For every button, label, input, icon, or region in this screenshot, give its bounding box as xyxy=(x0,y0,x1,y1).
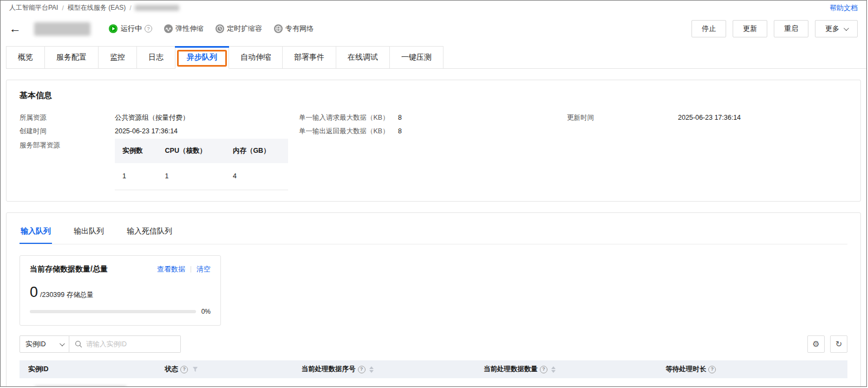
col-instance-id-label: 实例ID xyxy=(28,365,49,374)
breadcrumb: 人工智能平台PAI / 模型在线服务 (EAS) / 帮助文档 xyxy=(1,1,866,15)
link-divider xyxy=(191,266,191,273)
filter-field-selected-value: 实例ID xyxy=(25,340,46,349)
storage-progress-percent: 0% xyxy=(201,308,211,315)
scheduled-scaling-icon xyxy=(216,24,224,33)
res-instances-value: 1 xyxy=(115,163,158,190)
field-owner-resource: 所属资源 公共资源组（按量付费） xyxy=(19,111,299,125)
max-output-label: 单一输出返回最大数据（KB） xyxy=(299,125,398,138)
chevron-down-icon xyxy=(60,341,65,346)
tab-logs[interactable]: 日志 xyxy=(137,46,175,69)
count-col-help-icon[interactable] xyxy=(540,366,547,373)
queue-tabbar: 输入队列 输出队列 输入死信队列 xyxy=(19,213,847,244)
more-button[interactable]: 更多 xyxy=(815,20,858,37)
tabbar-filler xyxy=(443,46,866,69)
instance-search-input[interactable] xyxy=(86,340,175,348)
created-time-value: 2025-06-23 17:36:14 xyxy=(115,125,178,138)
res-table-row: 1 1 4 xyxy=(115,163,288,190)
breadcrumb-item-service-redacted xyxy=(135,5,179,11)
status-help-icon[interactable] xyxy=(145,25,152,33)
tab-stress-test[interactable]: 一键压测 xyxy=(390,46,443,69)
chevron-down-icon xyxy=(844,25,849,31)
storage-card-header: 当前存储数据数量/总量 查看数据 清空 xyxy=(30,264,211,274)
help-doc-link[interactable]: 帮助文档 xyxy=(830,3,858,13)
service-name-redacted xyxy=(34,22,90,36)
table-row[interactable]: te 5f xyxy=(19,378,847,387)
owner-resource-value: 公共资源组（按量付费） xyxy=(115,111,190,125)
instances-table: 实例ID 状态 当前处理数据序号 xyxy=(19,360,847,387)
queue-tab-dead-letter[interactable]: 输入死信队列 xyxy=(126,220,173,244)
col-current-seq: 当前处理数据序号 xyxy=(293,360,475,378)
cell-status: 运行中 xyxy=(156,378,292,387)
field-max-input: 单一输入请求最大数据（KB） 8 xyxy=(299,111,567,125)
queue-tab-output[interactable]: 输出队列 xyxy=(73,220,105,244)
seq-col-help-icon[interactable] xyxy=(358,366,366,373)
gear-icon: ⚙ xyxy=(812,339,819,349)
clear-queue-link[interactable]: 清空 xyxy=(197,264,211,274)
res-col-cpu: CPU（核数） xyxy=(158,139,225,163)
basic-info-col-mid: 单一输入请求最大数据（KB） 8 单一输出返回最大数据（KB） 8 xyxy=(299,111,567,190)
breadcrumb-separator: / xyxy=(62,4,63,12)
max-input-label: 单一输入请求最大数据（KB） xyxy=(299,111,398,125)
filter-field-select[interactable]: 实例ID xyxy=(19,335,69,353)
col-current-count: 当前处理数据数量 xyxy=(475,360,657,378)
column-settings-button[interactable]: ⚙ xyxy=(807,335,825,353)
breadcrumb-separator: / xyxy=(129,4,131,12)
vpc-badge: 专有网络 xyxy=(274,24,314,34)
basic-info-grid: 所属资源 公共资源组（按量付费） 创建时间 2025-06-23 17:36:1… xyxy=(19,111,847,190)
cell-current-seq: 0 xyxy=(293,378,475,387)
async-queue-card: 输入队列 输出队列 输入死信队列 当前存储数据数量/总量 查看数据 清空 0 /… xyxy=(6,212,861,387)
updated-time-label: 更新时间 xyxy=(567,111,678,125)
sort-icon[interactable] xyxy=(369,366,374,373)
storage-count-row: 0 /230399 存储总量 xyxy=(30,284,211,301)
max-input-value: 8 xyxy=(398,111,402,125)
back-arrow-icon[interactable]: ← xyxy=(9,23,21,35)
updated-time-value: 2025-06-23 17:36:14 xyxy=(678,111,741,125)
tab-deployment-events[interactable]: 部署事件 xyxy=(283,46,336,69)
instance-filter-row: 实例ID ⚙ ↻ xyxy=(19,335,847,353)
cell-instance-id: te 5f xyxy=(19,378,156,387)
header-actions: 停止 更新 重启 更多 xyxy=(685,20,858,37)
running-status-icon xyxy=(109,24,118,33)
breadcrumb-item-pai[interactable]: 人工智能平台PAI xyxy=(9,3,58,12)
cell-current-count: 0 xyxy=(475,378,657,387)
cell-wait-duration: 7m44.995s xyxy=(657,378,847,387)
tab-service-config[interactable]: 服务配置 xyxy=(45,46,99,69)
table-toolbar: ⚙ ↻ xyxy=(802,335,847,353)
instance-id-prefix1: te xyxy=(28,385,34,387)
col-wait-duration-label: 等待处理时长 xyxy=(665,365,706,374)
tab-async-queue-label: 异步队列 xyxy=(187,53,217,62)
owner-resource-label: 所属资源 xyxy=(19,111,115,125)
basic-info-title: 基本信息 xyxy=(19,90,847,101)
wait-col-help-icon[interactable] xyxy=(708,366,716,373)
scheduled-scaling-label: 定时扩缩容 xyxy=(227,24,262,34)
elastic-scaling-badge: 弹性伸缩 xyxy=(164,24,204,34)
storage-progress-bar xyxy=(30,310,196,313)
scheduled-scaling-badge: 定时扩缩容 xyxy=(216,24,262,34)
filter-funnel-icon[interactable] xyxy=(192,366,198,372)
tab-async-queue[interactable]: 异步队列 xyxy=(175,46,229,69)
col-instance-id: 实例ID xyxy=(19,360,156,378)
main-tabbar: 概览 服务配置 监控 日志 异步队列 自动伸缩 部署事件 在线调试 一键压测 xyxy=(1,46,866,69)
status-badge: 运行中 xyxy=(109,24,152,34)
deploy-resource-label: 服务部署资源 xyxy=(19,139,115,152)
instances-table-header-row: 实例ID 状态 当前处理数据序号 xyxy=(19,360,847,378)
queue-tab-input[interactable]: 输入队列 xyxy=(19,220,52,244)
instance-id-redacted1 xyxy=(35,386,127,387)
update-button[interactable]: 更新 xyxy=(733,20,767,37)
tab-overview[interactable]: 概览 xyxy=(6,46,45,69)
sort-icon[interactable] xyxy=(551,366,556,373)
tab-monitoring[interactable]: 监控 xyxy=(99,46,137,69)
storage-card-links: 查看数据 清空 xyxy=(157,264,211,274)
refresh-icon: ↻ xyxy=(836,339,843,349)
status-col-help-icon[interactable] xyxy=(180,366,188,373)
stop-button[interactable]: 停止 xyxy=(691,20,726,37)
breadcrumb-item-eas[interactable]: 模型在线服务 (EAS) xyxy=(68,3,126,12)
basic-info-card: 基本信息 所属资源 公共资源组（按量付费） 创建时间 2025-06-23 17… xyxy=(6,80,861,202)
view-data-link[interactable]: 查看数据 xyxy=(157,264,185,274)
instance-id-line1: te xyxy=(28,385,147,387)
tab-auto-scaling[interactable]: 自动伸缩 xyxy=(229,46,283,69)
refresh-button[interactable]: ↻ xyxy=(830,335,847,353)
col-status-label: 状态 xyxy=(165,365,178,374)
tab-online-debug[interactable]: 在线调试 xyxy=(336,46,390,69)
restart-button[interactable]: 重启 xyxy=(774,20,808,37)
